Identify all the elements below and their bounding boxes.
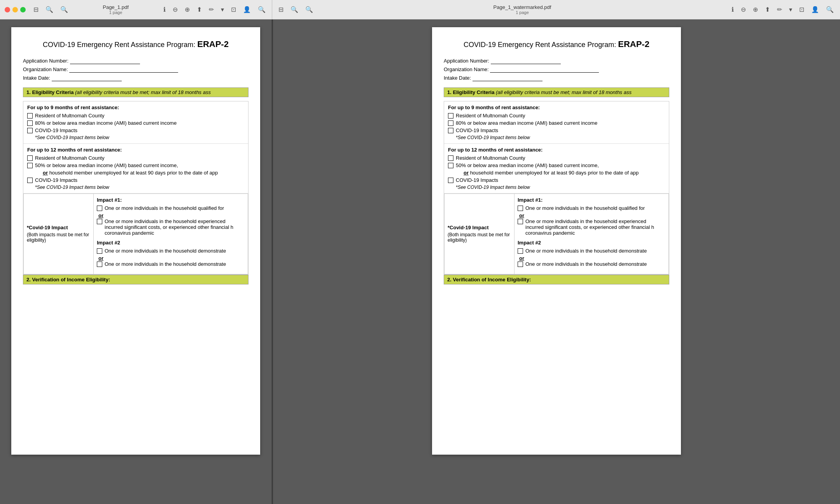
right-12mo-checkbox1[interactable] [448, 155, 453, 161]
left-pdf-panel[interactable]: COVID-19 Emergency Rent Assistance Progr… [0, 19, 272, 504]
sidebar-icon[interactable]: ⊟ [32, 4, 40, 15]
left-filename: Page_1.pdf [103, 4, 129, 10]
zoom-out2-icon[interactable]: ⊖ [171, 4, 179, 15]
right-person-icon[interactable]: 👤 [810, 4, 821, 15]
left-title-bold: ERAP-2 [197, 39, 229, 49]
right-impact-right: Impact #1: One or more individuals in th… [514, 194, 668, 274]
info-icon[interactable]: ℹ [162, 4, 167, 15]
left-9mo-checkbox2[interactable] [27, 120, 33, 126]
maximize-button[interactable] [20, 7, 26, 12]
left-9mo-checkbox3[interactable] [27, 128, 33, 133]
left-section1-title: Eligibility Criteria [32, 89, 74, 95]
left-12mo-note: *See COVID-19 Impact items below [35, 185, 244, 190]
right-12mo-checkbox2[interactable] [448, 163, 453, 168]
right-12mo-block: For up to 12 months of rent assistance: … [444, 144, 669, 194]
left-impact2-checkbox2[interactable] [97, 262, 102, 267]
left-impact1-item1: One or more individuals in the household… [97, 205, 245, 211]
right-intake-date-field [472, 75, 542, 81]
window-controls [5, 7, 26, 12]
left-impact1-checkbox1[interactable] [97, 206, 102, 211]
left-12mo-checkbox2[interactable] [27, 163, 33, 168]
right-impact1-block: Impact #1: One or more individuals in th… [518, 197, 665, 236]
right-form-fields: Application Number: Organization Name: I… [444, 58, 669, 81]
pen-dropdown-icon[interactable]: ▾ [219, 4, 226, 15]
left-12mo-checkbox1[interactable] [27, 155, 33, 161]
left-intake-date-line: Intake Date: [23, 75, 248, 81]
left-form-fields: Application Number: Organization Name: I… [23, 58, 248, 81]
zoom-in2-icon[interactable]: ⊕ [183, 4, 191, 15]
minimize-button[interactable] [12, 7, 18, 12]
left-impact-left: *Covid-19 Impact (Both impacts must be m… [24, 194, 94, 274]
right-org-name-field [490, 66, 599, 73]
search-icon[interactable]: 🔍 [256, 4, 267, 15]
left-impact2-checkbox1[interactable] [97, 248, 102, 254]
right-12mo-item3-text: COVID-19 Impacts [456, 177, 498, 183]
right-9mo-checkbox1[interactable] [448, 113, 453, 119]
right-pen-icon[interactable]: ✏ [775, 4, 784, 15]
right-impact1-item2: One or more individuals in the household… [518, 218, 665, 236]
right-9mo-item2: 80% or below area median income (AMI) ba… [448, 120, 665, 126]
right-pen-dropdown-icon[interactable]: ▾ [788, 4, 794, 15]
right-app-number-line: Application Number: [444, 58, 669, 64]
right-12mo-or: or [464, 170, 469, 176]
right-app-number-field [491, 58, 561, 64]
right-12mo-checkbox3[interactable] [448, 178, 453, 183]
right-pdf-panel[interactable]: COVID-19 Emergency Rent Assistance Progr… [273, 19, 840, 504]
left-impact-right: Impact #1: One or more individuals in th… [94, 194, 248, 274]
right-9mo-checkbox2[interactable] [448, 120, 453, 126]
right-covid-impact-title: *Covid-19 Impact [448, 225, 511, 230]
right-impact2-checkbox2[interactable] [518, 262, 523, 267]
left-12mo-item2-text: 50% or below area median income (AMI) ba… [35, 162, 178, 168]
right-section1-title: Eligibility Criteria [453, 89, 494, 95]
left-9mo-checkbox1[interactable] [27, 113, 33, 119]
left-pages: 1 page [109, 10, 122, 15]
right-12mo-title: For up to 12 months of rent assistance: [448, 147, 665, 153]
right-zoom-out2-icon[interactable]: ⊖ [739, 4, 747, 15]
left-9mo-item1-text: Resident of Multnomah County [35, 113, 104, 119]
left-9mo-item1: Resident of Multnomah County [27, 113, 244, 119]
right-impact2-title: Impact #2 [518, 240, 665, 246]
right-zoom-in-icon[interactable]: 🔍 [304, 4, 315, 15]
right-section1-header: 1. Eligibility Criteria (all eligibility… [444, 87, 669, 97]
left-12mo-or: or [43, 170, 48, 176]
right-9mo-item3: COVID-19 Impacts [448, 127, 665, 133]
zoom-out-icon[interactable]: 🔍 [44, 4, 55, 15]
right-12mo-item2-text: 50% or below area median income (AMI) ba… [456, 162, 599, 168]
right-pdf-title: COVID-19 Emergency Rent Assistance Progr… [444, 39, 669, 50]
right-9mo-checkbox3[interactable] [448, 128, 453, 133]
right-search-icon[interactable]: 🔍 [824, 4, 835, 15]
left-impact2-block: Impact #2 One or more individuals in the… [97, 240, 245, 267]
right-impact1-checkbox2[interactable] [518, 219, 523, 224]
share-icon[interactable]: ⬆ [195, 4, 203, 15]
right-impact2-item1: One or more individuals in the household… [518, 248, 665, 254]
right-section1-italic: (all eligibility criteria must be met; m… [496, 89, 632, 95]
right-zoom-out-icon[interactable]: 🔍 [289, 4, 300, 15]
left-12mo-checkbox3[interactable] [27, 178, 33, 183]
right-zoom-in2-icon[interactable]: ⊕ [751, 4, 760, 15]
right-impact2-or: or [519, 255, 665, 261]
right-9mo-block: For up to 9 months of rent assistance: R… [444, 101, 669, 144]
person-icon[interactable]: 👤 [242, 4, 252, 15]
right-impact2-checkbox1[interactable] [518, 248, 523, 254]
left-org-name-line: Organization Name: [23, 66, 248, 73]
left-pdf-document: COVID-19 Emergency Rent Assistance Progr… [11, 27, 260, 455]
left-title-prefix: COVID-19 Emergency Rent Assistance Progr… [43, 41, 197, 49]
right-info-icon[interactable]: ℹ [730, 4, 735, 15]
right-12mo-item1: Resident of Multnomah County [448, 155, 665, 161]
left-app-number-line: Application Number: [23, 58, 248, 64]
left-impact1-checkbox2[interactable] [97, 219, 102, 224]
close-button[interactable] [5, 7, 10, 12]
pen-icon[interactable]: ✏ [207, 4, 215, 15]
right-share-icon[interactable]: ⬆ [763, 4, 772, 15]
left-org-name-label: Organization Name: [23, 66, 68, 72]
left-12mo-item1: Resident of Multnomah County [27, 155, 244, 161]
right-org-name-label: Organization Name: [444, 66, 489, 72]
zoom-in-icon[interactable]: 🔍 [59, 4, 70, 15]
right-sidebar-icon[interactable]: ⊟ [277, 4, 285, 15]
crop-icon[interactable]: ⊡ [229, 4, 238, 15]
left-toolbar: ⊟ 🔍 🔍 Page_1.pdf 1 page ℹ ⊖ ⊕ ⬆ ✏ ▾ ⊡ 👤 … [0, 0, 272, 19]
left-impact2-item2-text: One or more individuals in the household… [105, 261, 226, 267]
right-crop-icon[interactable]: ⊡ [798, 4, 806, 15]
right-impact1-checkbox1[interactable] [518, 206, 523, 211]
right-impact2-item2: One or more individuals in the household… [518, 261, 665, 267]
